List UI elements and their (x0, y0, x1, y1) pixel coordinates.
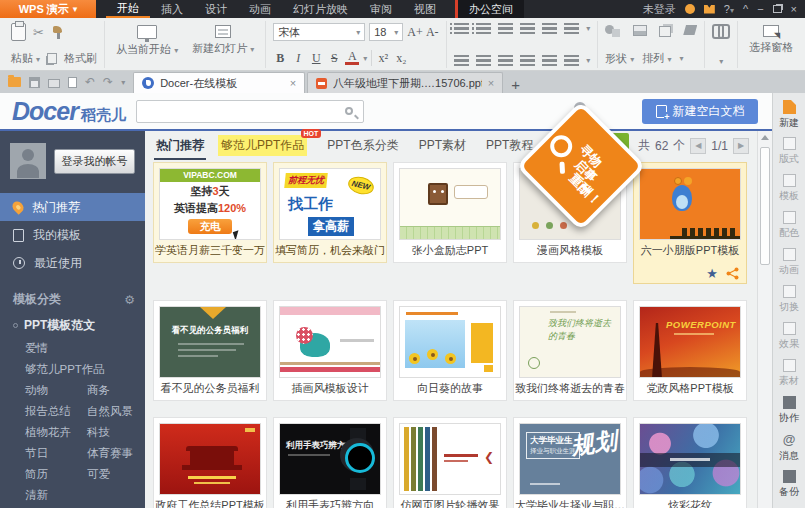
text-direction-icon[interactable] (564, 23, 579, 34)
ad-card-vipabc[interactable]: VIPABC.COM 坚持3天 英语提高120% 充电 学英语月薪三千变一万 (153, 162, 267, 263)
subscript-button[interactable]: x₂ (394, 51, 408, 66)
scrollbar-thumb[interactable] (760, 147, 770, 265)
paste-button[interactable]: 粘贴 ▾ (11, 51, 40, 66)
menu-animation[interactable]: 动画 (238, 0, 282, 18)
save-icon[interactable] (29, 77, 40, 88)
quick-access-dropdown[interactable]: ▾ (121, 78, 125, 87)
arrange-icon[interactable] (659, 26, 671, 37)
menu-slideshow[interactable]: 幻灯片放映 (282, 0, 359, 18)
shrink-font-button[interactable]: A- (425, 25, 439, 40)
template-card[interactable]: 张小盒励志PPT (393, 162, 507, 263)
template-card[interactable]: 向日葵的故事 (393, 300, 507, 401)
tab-geography-ppt[interactable]: 八年级地理下册期.…15706.ppt × (307, 72, 503, 93)
rail-messages[interactable]: @ 消息 (773, 433, 805, 470)
cat-link-business[interactable]: 商务 (87, 380, 110, 401)
template-card[interactable]: 炫彩花纹 (633, 417, 747, 508)
close-tab-icon[interactable]: × (488, 77, 494, 89)
template-card[interactable]: 插画风模板设计 (273, 300, 387, 401)
close-icon[interactable]: × (791, 3, 797, 15)
open-file-icon[interactable] (8, 77, 21, 87)
font-size-select[interactable]: 18▾ (369, 23, 403, 41)
rail-layout[interactable]: 版式 (773, 137, 805, 174)
arrange-button[interactable]: 排列 ▾ (642, 51, 671, 66)
promo-hang-tag[interactable]: 寻物 启事 重酬！ (516, 101, 648, 253)
new-tab-button[interactable]: + (503, 76, 528, 93)
selection-pane-button[interactable]: 选择窗格 (745, 23, 797, 57)
picture-icon[interactable] (633, 25, 647, 36)
rail-template[interactable]: 模板 (773, 174, 805, 211)
favorite-star-icon[interactable]: ★ (706, 267, 718, 280)
menu-office-space[interactable]: 办公空间 (455, 0, 524, 18)
rail-colors[interactable]: 配色 (773, 211, 805, 248)
vertical-scrollbar[interactable] (757, 131, 772, 508)
align-center-icon[interactable] (476, 55, 491, 66)
fill-dropdown[interactable]: ▾ (679, 54, 683, 63)
cat-link-plants[interactable]: 植物花卉 (25, 422, 87, 443)
template-card[interactable]: 大学毕业生 择业与职业生涯 规划 大学毕业生择业与职… (513, 417, 627, 508)
close-tab-icon[interactable]: × (290, 77, 296, 89)
distribute-icon[interactable] (542, 55, 557, 66)
menu-review[interactable]: 审阅 (359, 0, 403, 18)
line-spacing-dropdown[interactable]: ▾ (586, 56, 590, 65)
minimize-icon[interactable]: − (757, 3, 763, 15)
cat-link-cute[interactable]: 可爱 (87, 464, 110, 485)
increase-indent-icon[interactable] (520, 23, 535, 34)
help-icon[interactable]: ?▾ (724, 3, 734, 15)
gear-icon[interactable]: ⚙ (124, 293, 135, 307)
decrease-indent-icon[interactable] (498, 23, 513, 34)
cat-link-report[interactable]: 报告总结 (25, 401, 87, 422)
find-replace-icon[interactable] (712, 23, 730, 36)
template-card[interactable]: 致我们终将逝去的青春 致我们终将逝去的青春 (513, 300, 627, 401)
copy-icon[interactable] (47, 53, 57, 64)
redo-icon[interactable]: ↷ (103, 75, 113, 89)
bold-button[interactable]: B (273, 51, 287, 66)
rail-assets[interactable]: 素材 (773, 359, 805, 396)
template-card[interactable]: 政府工作总结PPT模板 (153, 417, 267, 508)
rail-transition[interactable]: 切换 (773, 285, 805, 322)
superscript-button[interactable]: x² (376, 51, 390, 66)
shapes-button[interactable]: 形状 ▾ (605, 51, 634, 66)
search-icon[interactable] (345, 107, 353, 115)
tab-docer-online-templates[interactable]: Docer-在线模板 × (133, 72, 305, 93)
tab-ppt-assets[interactable]: PPT素材 (419, 137, 466, 154)
member-vest-icon[interactable] (704, 5, 715, 14)
cat-link-tech[interactable]: 科技 (87, 422, 110, 443)
menu-view[interactable]: 视图 (403, 0, 447, 18)
template-card[interactable]: 看不见的公务员福利 看不见的公务员福利 (153, 300, 267, 401)
tab-hot-recommend[interactable]: 热门推荐 (154, 132, 206, 160)
cat-link-goufaner[interactable]: 够范儿PPT作品 (13, 359, 145, 380)
align-right-icon[interactable] (498, 55, 513, 66)
underline-button[interactable]: U (309, 51, 323, 66)
ad-cta-button[interactable]: 充电 (188, 219, 232, 234)
wps-app-button[interactable]: WPS 演示 ▾ (0, 0, 96, 18)
from-current-button[interactable]: 从当前开始 ▾ (112, 23, 182, 66)
cat-link-festival[interactable]: 节日 (25, 443, 87, 464)
ad-card-job[interactable]: 前程无忧 NEW 找工作 拿高薪 填写简历，机会来敲门 (273, 162, 387, 263)
strikethrough-button[interactable]: S (327, 51, 341, 66)
rail-backup[interactable]: 备份 (773, 470, 805, 507)
line-spacing-icon[interactable] (564, 55, 579, 66)
grow-font-button[interactable]: A+ (407, 25, 421, 40)
shapes-icon[interactable] (605, 24, 621, 37)
font-color-button[interactable]: A (345, 51, 359, 65)
sidebar-item-hot[interactable]: 热门推荐 (0, 193, 145, 221)
align-left-icon[interactable] (454, 55, 469, 66)
rail-new[interactable]: 新建 (773, 100, 805, 137)
rail-collaborate[interactable]: 协作 (773, 396, 805, 433)
numbering-icon[interactable] (476, 23, 491, 34)
justify-icon[interactable] (520, 55, 535, 66)
print-icon[interactable] (48, 79, 60, 88)
export-icon[interactable] (68, 77, 77, 88)
scroll-up-arrow[interactable] (758, 131, 772, 144)
new-slide-button[interactable]: 新建幻灯片 ▾ (188, 23, 258, 66)
cat-link-sports[interactable]: 体育赛事 (87, 443, 133, 464)
template-card[interactable]: POWERPOINT 党政风格PPT模板 (633, 300, 747, 401)
font-name-select[interactable]: 宋体▾ (273, 23, 365, 41)
search-input[interactable] (137, 101, 345, 122)
format-painter-button[interactable]: 格式刷 (64, 51, 97, 66)
cat-link-resume[interactable]: 简历 (25, 464, 87, 485)
new-blank-doc-button[interactable]: 新建空白文档 (642, 99, 758, 124)
paste-icon[interactable] (11, 23, 26, 41)
font-color-dropdown[interactable]: ▾ (363, 54, 367, 63)
format-painter-icon[interactable] (51, 25, 65, 39)
